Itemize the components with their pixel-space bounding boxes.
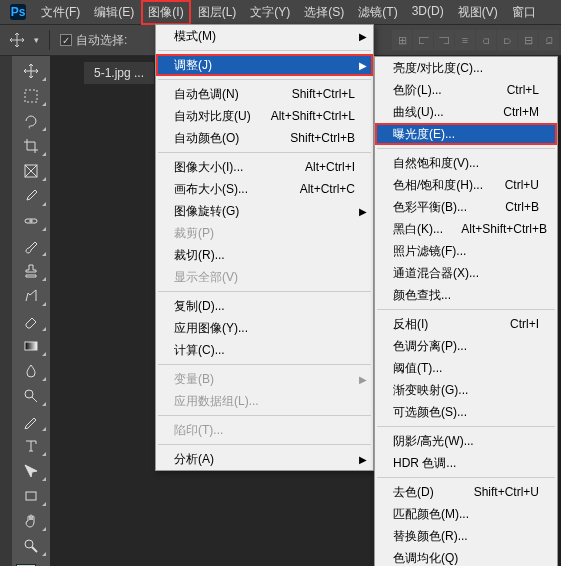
submenu-arrow-icon: ▶ xyxy=(359,60,367,71)
eyedropper-tool[interactable] xyxy=(14,184,48,208)
brush-tool[interactable] xyxy=(14,234,48,258)
shortcut: Ctrl+U xyxy=(505,178,539,192)
move-tool[interactable] xyxy=(14,59,48,83)
menu-文字[interactable]: 文字(Y) xyxy=(243,0,297,25)
menu-item[interactable]: 图像旋转(G)▶ xyxy=(156,200,373,222)
menu-3d[interactable]: 3D(D) xyxy=(405,0,451,25)
frame-tool[interactable] xyxy=(14,159,48,183)
menu-图像[interactable]: 图像(I) xyxy=(141,0,190,25)
blur-tool[interactable] xyxy=(14,359,48,383)
menu-窗口[interactable]: 窗口 xyxy=(505,0,543,25)
menu-item[interactable]: 曲线(U)...Ctrl+M xyxy=(375,101,557,123)
document-tab[interactable]: 5-1.jpg ... xyxy=(84,62,154,84)
menu-文件[interactable]: 文件(F) xyxy=(34,0,87,25)
eraser-tool[interactable] xyxy=(14,309,48,333)
align-icon[interactable]: ⊟ xyxy=(518,30,538,50)
menu-item[interactable]: 黑白(K)...Alt+Shift+Ctrl+B xyxy=(375,218,557,240)
menu-item[interactable]: 亮度/对比度(C)... xyxy=(375,57,557,79)
menu-item[interactable]: 自然饱和度(V)... xyxy=(375,152,557,174)
menu-item[interactable]: 匹配颜色(M)... xyxy=(375,503,557,525)
menu-item[interactable]: 替换颜色(R)... xyxy=(375,525,557,547)
move-tool-icon[interactable] xyxy=(6,29,28,51)
dropdown-icon[interactable]: ▾ xyxy=(34,35,39,45)
menu-item[interactable]: 通道混合器(X)... xyxy=(375,262,557,284)
left-strip xyxy=(0,56,12,566)
menu-图层[interactable]: 图层(L) xyxy=(191,0,244,25)
align-icon[interactable]: ⫎ xyxy=(434,30,454,50)
align-icon[interactable]: ⫐ xyxy=(497,30,517,50)
menu-item[interactable]: 色调均化(Q) xyxy=(375,547,557,566)
menu-item[interactable]: 画布大小(S)...Alt+Ctrl+C xyxy=(156,178,373,200)
marquee-tool[interactable] xyxy=(14,84,48,108)
menu-item[interactable]: 裁切(R)... xyxy=(156,244,373,266)
svg-point-6 xyxy=(25,390,33,398)
history-tool[interactable] xyxy=(14,284,48,308)
align-icon[interactable]: ⫑ xyxy=(539,30,559,50)
menu-item-label: 去色(D) xyxy=(393,484,434,501)
menu-item[interactable]: 阴影/高光(W)... xyxy=(375,430,557,452)
align-icon[interactable]: ≡ xyxy=(455,30,475,50)
menu-item[interactable]: 色彩平衡(B)...Ctrl+B xyxy=(375,196,557,218)
toolbox: ⇄⋯ xyxy=(12,56,50,566)
menu-item-label: 反相(I) xyxy=(393,316,428,333)
menu-item[interactable]: 去色(D)Shift+Ctrl+U xyxy=(375,481,557,503)
menu-separator xyxy=(377,426,555,427)
menu-item[interactable]: 照片滤镜(F)... xyxy=(375,240,557,262)
stamp-tool[interactable] xyxy=(14,259,48,283)
menu-item-label: 通道混合器(X)... xyxy=(393,265,479,282)
menu-item[interactable]: 自动色调(N)Shift+Ctrl+L xyxy=(156,83,373,105)
menu-item[interactable]: 复制(D)... xyxy=(156,295,373,317)
menu-视图[interactable]: 视图(V) xyxy=(451,0,505,25)
zoom-tool[interactable] xyxy=(14,534,48,558)
lasso-tool[interactable] xyxy=(14,109,48,133)
menu-item-label: 陷印(T)... xyxy=(174,422,223,439)
menu-item[interactable]: 调整(J)▶ xyxy=(156,54,373,76)
svg-rect-2 xyxy=(25,90,37,102)
menu-item-label: 黑白(K)... xyxy=(393,221,443,238)
path-tool[interactable] xyxy=(14,459,48,483)
menu-item[interactable]: 分析(A)▶ xyxy=(156,448,373,470)
menu-item-label: HDR 色调... xyxy=(393,455,456,472)
menu-item-label: 分析(A) xyxy=(174,451,214,468)
menu-item[interactable]: 阈值(T)... xyxy=(375,357,557,379)
menu-item[interactable]: 计算(C)... xyxy=(156,339,373,361)
rect-tool[interactable] xyxy=(14,484,48,508)
menu-separator xyxy=(377,477,555,478)
menu-item[interactable]: 颜色查找... xyxy=(375,284,557,306)
menu-item[interactable]: 可选颜色(S)... xyxy=(375,401,557,423)
shortcut: Ctrl+M xyxy=(503,105,539,119)
menu-item[interactable]: 色阶(L)...Ctrl+L xyxy=(375,79,557,101)
submenu-arrow-icon: ▶ xyxy=(359,374,367,385)
menu-item[interactable]: 模式(M)▶ xyxy=(156,25,373,47)
menu-item[interactable]: 自动颜色(O)Shift+Ctrl+B xyxy=(156,127,373,149)
menu-item[interactable]: 反相(I)Ctrl+I xyxy=(375,313,557,335)
menu-separator xyxy=(158,291,371,292)
crop-tool[interactable] xyxy=(14,134,48,158)
menu-item[interactable]: 色相/饱和度(H)...Ctrl+U xyxy=(375,174,557,196)
menu-item-label: 计算(C)... xyxy=(174,342,225,359)
menu-item[interactable]: HDR 色调... xyxy=(375,452,557,474)
menu-item[interactable]: 应用图像(Y)... xyxy=(156,317,373,339)
auto-select-checkbox[interactable]: ✓ xyxy=(60,34,72,46)
gradient-tool[interactable] xyxy=(14,334,48,358)
align-icon[interactable]: ⫏ xyxy=(476,30,496,50)
menu-separator xyxy=(377,148,555,149)
menu-item-label: 自动颜色(O) xyxy=(174,130,239,147)
menu-item[interactable]: 曝光度(E)... xyxy=(375,123,557,145)
menu-item-label: 应用图像(Y)... xyxy=(174,320,248,337)
menu-选择[interactable]: 选择(S) xyxy=(297,0,351,25)
menu-item[interactable]: 渐变映射(G)... xyxy=(375,379,557,401)
heal-tool[interactable] xyxy=(14,209,48,233)
dodge-tool[interactable] xyxy=(14,384,48,408)
menu-item[interactable]: 图像大小(I)...Alt+Ctrl+I xyxy=(156,156,373,178)
hand-tool[interactable] xyxy=(14,509,48,533)
menu-item[interactable]: 自动对比度(U)Alt+Shift+Ctrl+L xyxy=(156,105,373,127)
menu-编辑[interactable]: 编辑(E) xyxy=(87,0,141,25)
align-icon[interactable]: ⫍ xyxy=(413,30,433,50)
menu-item[interactable]: 色调分离(P)... xyxy=(375,335,557,357)
menu-滤镜[interactable]: 滤镜(T) xyxy=(351,0,404,25)
pen-tool[interactable] xyxy=(14,409,48,433)
type-tool[interactable] xyxy=(14,434,48,458)
align-icon[interactable]: ⊞ xyxy=(392,30,412,50)
menu-separator xyxy=(158,79,371,80)
